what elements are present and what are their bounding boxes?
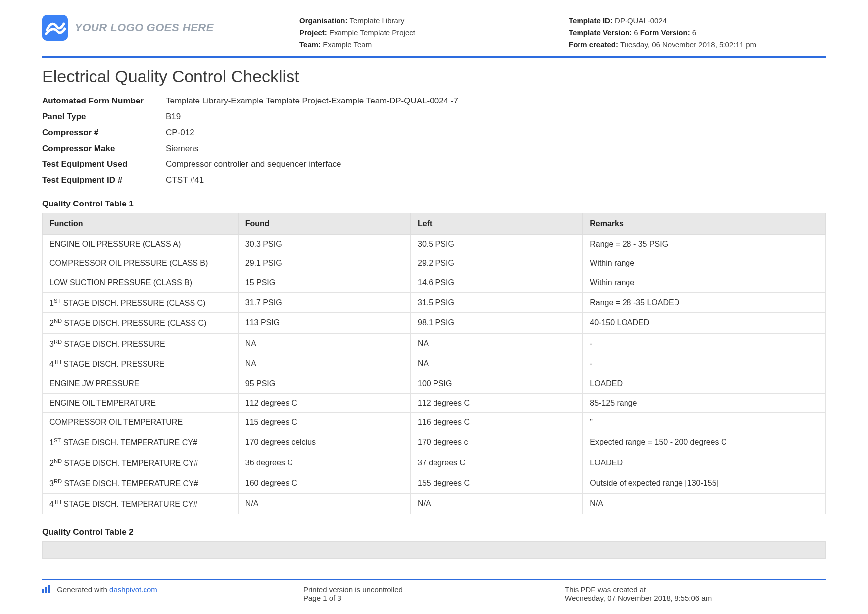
cell-found: 31.7 PSIG [238,293,410,313]
cell-function: 2ND STAGE DISCH. TEMPERATURE CY# [43,453,239,473]
meta-label: Test Equipment ID # [42,175,166,185]
cell-left: 100 PSIG [411,374,583,394]
cell-left: 155 degrees C [411,473,583,493]
cell-function: COMPRESSOR OIL TEMPERATURE [43,413,239,432]
meta-row: Test Equipment ID #CTST #41 [42,172,826,188]
qc-table-2-col-1 [43,541,434,558]
qc-table-1-heading: Quality Control Table 1 [42,199,826,209]
dashpivot-link[interactable]: dashpivot.com [109,585,157,594]
form-created-value: Tuesday, 06 November 2018, 5:02:11 pm [620,40,756,49]
footer-created-label: This PDF was created at [565,585,826,594]
form-meta-table: Automated Form NumberTemplate Library-Ex… [42,93,826,188]
meta-row: Compressor #CP-012 [42,125,826,141]
form-version-label: Form Version: [640,28,690,37]
dashpivot-icon [42,585,52,593]
cell-found: NA [238,354,410,374]
table-row: COMPRESSOR OIL PRESSURE (CLASS B)29.1 PS… [43,254,826,273]
form-version-value: 6 [692,28,696,37]
cell-found: 170 degrees celcius [238,432,410,453]
team-value: Example Team [323,40,372,49]
organisation-value: Template Library [349,16,404,25]
cell-found: 29.1 PSIG [238,254,410,273]
cell-function: 4TH STAGE DISCH. PRESSURE [43,354,239,374]
cell-remarks: - [583,333,826,354]
meta-value: Template Library-Example Template Projec… [166,96,826,106]
document-footer: Generated with dashpivot.com Printed ver… [42,579,826,602]
meta-value: Siemens [166,144,826,154]
cell-remarks: LOADED [583,453,826,473]
project-label: Project: [299,28,327,37]
cell-found: N/A [238,494,410,514]
cell-left: NA [411,354,583,374]
cell-function: 3RD STAGE DISCH. PRESSURE [43,333,239,354]
cell-left: 98.1 PSIG [411,313,583,333]
cell-remarks: Expected range = 150 - 200 degrees C [583,432,826,453]
cell-left: 30.5 PSIG [411,235,583,254]
cell-function: ENGINE OIL PRESSURE (CLASS A) [43,235,239,254]
qc-table-2-heading: Quality Control Table 2 [42,527,826,537]
cell-left: NA [411,333,583,354]
meta-row: Panel TypeB19 [42,109,826,125]
cell-function: 2ND STAGE DISCH. PRESSURE (CLASS C) [43,313,239,333]
cell-left: 14.6 PSIG [411,273,583,293]
meta-label: Automated Form Number [42,96,166,106]
cell-remarks: Within range [583,273,826,293]
col-found: Found [238,213,410,235]
form-created-label: Form created: [569,40,618,49]
cell-found: 15 PSIG [238,273,410,293]
qc-table-2 [42,541,826,559]
template-version-label: Template Version: [569,28,632,37]
meta-label: Compressor # [42,128,166,138]
cell-remarks: 40-150 LOADED [583,313,826,333]
table-row: ENGINE OIL PRESSURE (CLASS A)30.3 PSIG30… [43,235,826,254]
meta-value: Compressor controller and sequencer inte… [166,159,826,169]
cell-function: 1ST STAGE DISCH. PRESSURE (CLASS C) [43,293,239,313]
cell-remarks: 85-125 range [583,394,826,413]
cell-function: 3RD STAGE DISCH. TEMPERATURE CY# [43,473,239,493]
col-left: Left [411,213,583,235]
template-version-value: 6 [634,28,638,37]
cell-function: ENGINE OIL TEMPERATURE [43,394,239,413]
cell-left: 37 degrees C [411,453,583,473]
cell-left: 31.5 PSIG [411,293,583,313]
meta-value: B19 [166,112,826,122]
cell-function: ENGINE JW PRESSURE [43,374,239,394]
cell-remarks: Range = 28 - 35 PSIG [583,235,826,254]
cell-remarks: Range = 28 -35 LOADED [583,293,826,313]
cell-remarks: Outside of expected range [130-155] [583,473,826,493]
meta-label: Panel Type [42,112,166,122]
footer-page: Page 1 of 3 [303,594,565,602]
meta-value: CTST #41 [166,175,826,185]
cell-left: 170 degrees c [411,432,583,453]
table-row: ENGINE OIL TEMPERATURE112 degrees C112 d… [43,394,826,413]
qc-table-1: Function Found Left Remarks ENGINE OIL P… [42,213,826,514]
table-row: 4TH STAGE DISCH. TEMPERATURE CY#N/AN/AN/… [43,494,826,514]
template-id-value: DP-QUAL-0024 [615,16,667,25]
footer-generated-prefix: Generated with [57,585,109,594]
page-title: Electrical Quality Control Checklist [42,67,826,86]
cell-found: NA [238,333,410,354]
meta-label: Compressor Make [42,144,166,154]
table-row: 1ST STAGE DISCH. PRESSURE (CLASS C)31.7 … [43,293,826,313]
cell-function: LOW SUCTION PRESSURE (CLASS B) [43,273,239,293]
cell-remarks: Within range [583,254,826,273]
cell-found: 115 degrees C [238,413,410,432]
col-remarks: Remarks [583,213,826,235]
cell-function: COMPRESSOR OIL PRESSURE (CLASS B) [43,254,239,273]
team-label: Team: [299,40,321,49]
col-function: Function [43,213,239,235]
cell-function: 1ST STAGE DISCH. TEMPERATURE CY# [43,432,239,453]
cell-left: 112 degrees C [411,394,583,413]
cell-left: 29.2 PSIG [411,254,583,273]
organisation-label: Organisation: [299,16,348,25]
cell-left: N/A [411,494,583,514]
table-row: 3RD STAGE DISCH. TEMPERATURE CY#160 degr… [43,473,826,493]
document-header: YOUR LOGO GOES HERE Organisation: Templa… [42,15,826,58]
svg-rect-2 [45,587,47,593]
cell-found: 112 degrees C [238,394,410,413]
logo-icon [42,15,68,41]
table-row: 1ST STAGE DISCH. TEMPERATURE CY#170 degr… [43,432,826,453]
table-row: 2ND STAGE DISCH. PRESSURE (CLASS C)113 P… [43,313,826,333]
cell-found: 30.3 PSIG [238,235,410,254]
cell-remarks: " [583,413,826,432]
